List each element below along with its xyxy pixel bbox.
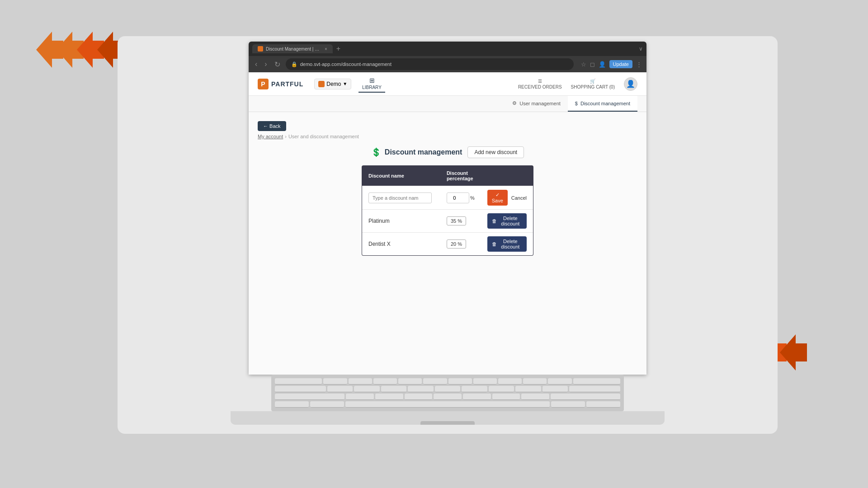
key-r	[398, 378, 422, 385]
key-row-2	[275, 386, 620, 392]
org-dropdown-icon: ▼	[343, 81, 347, 86]
delete-dentist-button[interactable]: 🗑 Delete discount	[487, 236, 527, 252]
dentist-name: Dentist X	[368, 241, 391, 247]
profile-icon[interactable]: 👤	[599, 61, 606, 68]
percentage-input[interactable]	[447, 192, 469, 203]
back-button[interactable]: ← Back	[258, 121, 286, 131]
page-dollar-icon: 💲	[371, 147, 381, 157]
add-new-discount-button[interactable]: Add new discount	[467, 146, 524, 158]
browser-tab[interactable]: Discount Management | Demo ×	[252, 44, 333, 53]
address-bar[interactable]: 🔒 demo.svt-app.com/discount-management	[286, 58, 574, 70]
shopping-cart-icon: 🛒	[590, 79, 595, 84]
key-a	[327, 386, 353, 392]
discount-name-input[interactable]	[368, 192, 432, 203]
platinum-name: Platinum	[368, 218, 390, 224]
laptop-screen: Discount Management | Demo × + ∨ ‹ › ↻ 🔒…	[249, 42, 646, 375]
org-dot	[318, 81, 325, 87]
new-discount-row: % ✓ Save Cancel	[362, 186, 533, 210]
key-c	[405, 394, 433, 400]
logo-icon: P	[258, 79, 269, 89]
key-backspace	[573, 378, 620, 385]
nav-forward-button[interactable]: ›	[263, 59, 269, 69]
page-title: Discount management	[385, 148, 462, 156]
key-tab	[275, 378, 322, 385]
browser-titlebar: Discount Management | Demo × + ∨	[249, 42, 646, 56]
key-m	[521, 394, 549, 400]
nav-shopping-cart[interactable]: 🛒 SHOPPING CART (0)	[571, 79, 615, 89]
shopping-cart-label: SHOPPING CART (0)	[571, 84, 615, 89]
tab-user-management[interactable]: ⚙ User management	[505, 96, 568, 112]
tab-discount-management[interactable]: $ Discount management	[568, 96, 637, 112]
tab-discount-management-label: Discount management	[580, 101, 630, 106]
key-enter	[569, 386, 620, 392]
nav-back-button[interactable]: ‹	[253, 59, 259, 69]
key-alt	[310, 401, 344, 408]
cancel-link[interactable]: Cancel	[511, 195, 527, 201]
page-title-area: 💲 Discount management	[371, 147, 462, 157]
key-shift-left	[275, 394, 344, 400]
nav-library[interactable]: ⊞ LIBRARY	[359, 75, 385, 93]
breadcrumb-root[interactable]: My account	[258, 134, 283, 139]
header-nav: ☰ RECEIVED ORDERS 🛒 SHOPPING CART (0)	[518, 79, 615, 89]
user-avatar[interactable]: 👤	[624, 77, 637, 91]
key-g	[435, 386, 460, 392]
page-header: 💲 Discount management Add new discount	[258, 146, 637, 158]
received-orders-label: RECEIVED ORDERS	[518, 84, 562, 89]
trash-icon-dentist: 🗑	[492, 241, 497, 247]
received-orders-icon: ☰	[538, 79, 542, 84]
key-shift-right	[551, 394, 620, 400]
tab-close-icon[interactable]: ×	[325, 47, 327, 52]
key-o	[523, 378, 547, 385]
arrows-svg	[36, 32, 131, 68]
key-x	[375, 394, 403, 400]
delete-dentist-label: Delete discount	[499, 239, 522, 249]
org-name: Demo	[326, 81, 341, 87]
keyboard	[271, 375, 624, 411]
col-discount-name: Discount name	[362, 166, 440, 186]
breadcrumb: My account › User and discount managemen…	[258, 134, 637, 139]
app-content: P PARTFUL Demo ▼ ⊞ LIBRARY ☰	[249, 72, 646, 375]
key-row-4	[275, 401, 620, 408]
breadcrumb-separator: ›	[285, 134, 287, 139]
save-button[interactable]: ✓ Save	[487, 190, 508, 206]
user-management-icon: ⚙	[512, 100, 517, 106]
nav-received-orders[interactable]: ☰ RECEIVED ORDERS	[518, 79, 562, 89]
dentist-percentage: 20 %	[447, 239, 466, 249]
key-z	[346, 394, 374, 400]
bookmark-icon[interactable]: ☆	[581, 61, 586, 68]
discount-table: Discount name Discount percentage	[362, 165, 533, 256]
new-row-actions-cell: ✓ Save Cancel	[481, 186, 533, 210]
delete-platinum-button[interactable]: 🗑 Delete discount	[487, 213, 527, 229]
tab-user-management-label: User management	[519, 101, 561, 106]
avatar-icon: 👤	[626, 80, 635, 88]
col-actions	[481, 166, 533, 186]
menu-icon[interactable]: ⋮	[636, 61, 642, 68]
percentage-input-wrap: %	[447, 192, 475, 203]
key-v	[434, 394, 462, 400]
address-text: demo.svt-app.com/discount-management	[300, 61, 392, 67]
browser-toolbar-icons: ☆ ◻ 👤 Update ⋮	[581, 60, 642, 68]
expand-button[interactable]: ∨	[639, 46, 643, 52]
key-t	[423, 378, 447, 385]
org-selector[interactable]: Demo ▼	[314, 79, 351, 89]
new-tab-button[interactable]: +	[336, 45, 340, 53]
header-right: ☰ RECEIVED ORDERS 🛒 SHOPPING CART (0) 👤	[518, 77, 637, 91]
extension-icon[interactable]: ◻	[590, 61, 595, 68]
key-b	[463, 394, 491, 400]
breadcrumb-current: User and discount management	[288, 134, 359, 139]
key-y	[448, 378, 472, 385]
platinum-percentage-cell: 35 %	[440, 210, 481, 233]
percentage-symbol: %	[470, 195, 475, 201]
key-q	[323, 378, 347, 385]
browser-toolbar: ‹ › ↻ 🔒 demo.svt-app.com/discount-manage…	[249, 56, 646, 72]
library-icon: ⊞	[369, 77, 375, 84]
key-k	[515, 386, 541, 392]
app-header: P PARTFUL Demo ▼ ⊞ LIBRARY ☰	[249, 72, 646, 96]
sub-header-tabs: ⚙ User management $ Discount management	[249, 96, 646, 112]
logo-letter: P	[261, 80, 265, 88]
update-button[interactable]: Update	[609, 60, 632, 68]
new-row-actions: ✓ Save Cancel	[487, 190, 527, 206]
svg-marker-7	[780, 334, 807, 371]
key-w	[349, 378, 372, 385]
nav-refresh-button[interactable]: ↻	[273, 59, 282, 70]
